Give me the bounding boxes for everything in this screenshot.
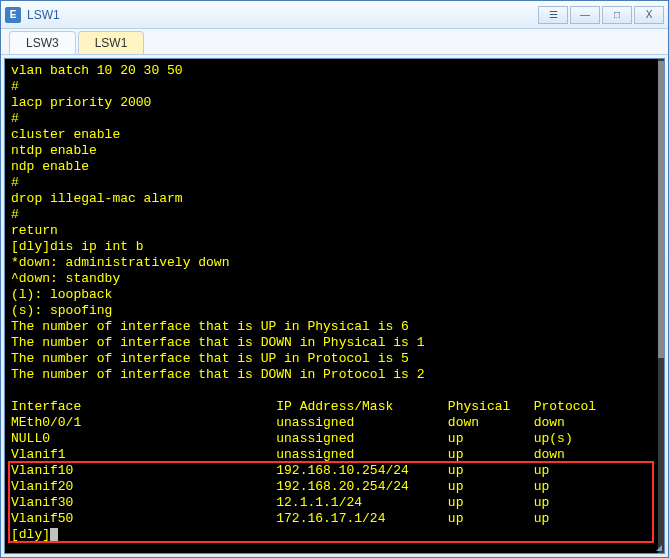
terminal-line: The number of interface that is UP in Pr…	[11, 351, 409, 366]
terminal-line: #	[11, 111, 19, 126]
terminal-line: lacp priority 2000	[11, 95, 151, 110]
terminal-line: (s): spoofing	[11, 303, 112, 318]
window-title: LSW1	[27, 8, 536, 22]
terminal-line: #	[11, 175, 19, 190]
terminal-line: return	[11, 223, 58, 238]
terminal-line: [dly]dis ip int b	[11, 239, 144, 254]
terminal-line: *down: administratively down	[11, 255, 229, 270]
scrollbar-thumb[interactable]	[658, 61, 664, 357]
window-controls: ☰ — □ X	[536, 6, 664, 24]
terminal-line: #	[11, 79, 19, 94]
terminal-line: (l): loopback	[11, 287, 112, 302]
terminal-prompt: [dly]	[11, 527, 50, 542]
terminal-line: ntdp enable	[11, 143, 97, 158]
tab-bar: LSW3 LSW1	[1, 29, 668, 55]
app-window: E LSW1 ☰ — □ X LSW3 LSW1 vlan batch 10 2…	[0, 0, 669, 558]
app-icon-letter: E	[10, 9, 17, 20]
terminal-line: ^down: standby	[11, 271, 120, 286]
terminal-line: The number of interface that is DOWN in …	[11, 335, 424, 350]
title-bar: E LSW1 ☰ — □ X	[1, 1, 668, 29]
terminal-line: drop illegal-mac alarm	[11, 191, 183, 206]
terminal-line: cluster enable	[11, 127, 120, 142]
tab-lsw3[interactable]: LSW3	[9, 31, 76, 54]
maximize-button[interactable]: □	[602, 6, 632, 24]
terminal-line: The number of interface that is DOWN in …	[11, 367, 424, 382]
tab-lsw1[interactable]: LSW1	[78, 31, 145, 54]
menu-button[interactable]: ☰	[538, 6, 568, 24]
terminal-line: #	[11, 207, 19, 222]
cursor-icon	[50, 528, 58, 542]
terminal-line: vlan batch 10 20 30 50	[11, 63, 183, 78]
terminal-output[interactable]: vlan batch 10 20 30 50 # lacp priority 2…	[4, 58, 665, 554]
terminal-line: ndp enable	[11, 159, 89, 174]
minimize-button[interactable]: —	[570, 6, 600, 24]
close-button[interactable]: X	[634, 6, 664, 24]
scrollbar-vertical[interactable]	[658, 59, 664, 553]
resize-grip-icon[interactable]	[656, 545, 662, 551]
interface-table: Interface IP Address/Mask Physical Proto…	[11, 399, 596, 526]
terminal-line: The number of interface that is UP in Ph…	[11, 319, 409, 334]
app-icon: E	[5, 7, 21, 23]
